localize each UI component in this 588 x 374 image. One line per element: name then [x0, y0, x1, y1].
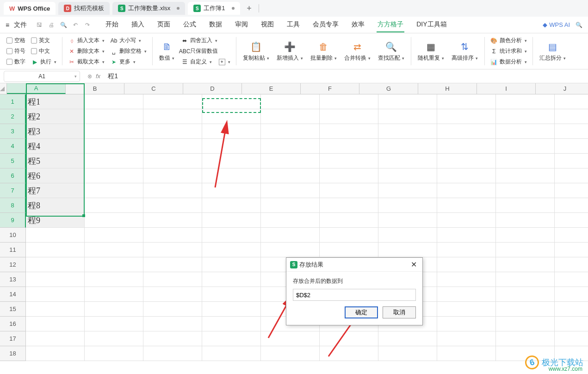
cell-F4[interactable] — [320, 139, 378, 154]
cell-A2[interactable]: 程2 — [26, 109, 85, 124]
cell-D15[interactable] — [202, 302, 261, 317]
col-header-I[interactable]: I — [477, 83, 536, 94]
cell-C2[interactable] — [143, 109, 202, 124]
cell-A15[interactable] — [26, 302, 85, 317]
tab-efficiency[interactable]: 效率 — [351, 18, 365, 32]
tab-tools[interactable]: 工具 — [286, 18, 301, 32]
cell-H13[interactable] — [437, 272, 496, 287]
cell-J17[interactable] — [555, 331, 588, 346]
more-button[interactable]: ➤更多▾ — [110, 57, 147, 67]
cell-C5[interactable] — [143, 154, 202, 168]
col-header-F[interactable]: F — [301, 83, 359, 94]
cell-J16[interactable] — [555, 317, 588, 331]
execute-button[interactable]: ▶执行▾ — [31, 57, 56, 67]
cell-B9[interactable] — [85, 213, 143, 228]
tab-review[interactable]: 审阅 — [234, 18, 249, 32]
hamburger-icon[interactable]: ≡ — [6, 21, 9, 29]
tab-member[interactable]: 会员专享 — [312, 18, 340, 32]
cell-G17[interactable] — [378, 331, 437, 346]
cell-E3[interactable] — [261, 124, 320, 139]
cell-J14[interactable] — [555, 287, 588, 302]
cell-G4[interactable] — [378, 139, 437, 154]
col-header-E[interactable]: E — [242, 83, 301, 94]
cell-A7[interactable]: 程7 — [26, 183, 85, 198]
chevron-down-icon[interactable]: ▾ — [74, 74, 77, 79]
cell-C11[interactable] — [143, 243, 202, 257]
checkbox-space[interactable]: 空格 — [6, 36, 25, 46]
cell-G8[interactable] — [378, 198, 437, 213]
cell-A18[interactable] — [26, 346, 85, 361]
cell-D17[interactable] — [202, 331, 261, 346]
file-menu[interactable]: 文件 — [14, 21, 27, 29]
cell-F5[interactable] — [320, 154, 378, 168]
tab-fanggezi[interactable]: 方方格子 — [377, 18, 404, 32]
cell-J15[interactable] — [555, 302, 588, 317]
cell-B17[interactable] — [85, 331, 143, 346]
row-header-15[interactable]: 15 — [0, 302, 26, 317]
cell-E9[interactable] — [261, 213, 320, 228]
cell-I16[interactable] — [496, 317, 555, 331]
cell-D16[interactable] — [202, 317, 261, 331]
cell-J6[interactable] — [555, 168, 588, 183]
cell-A16[interactable] — [26, 317, 85, 331]
cell-F7[interactable] — [320, 183, 378, 198]
row-header-18[interactable]: 18 — [0, 346, 26, 361]
wps-ai-button[interactable]: ◆ WPS AI — [543, 21, 570, 28]
cell-A10[interactable] — [26, 228, 85, 243]
merge-convert-button[interactable]: ⇄ 合并转换▾ — [340, 35, 374, 67]
cell-J1[interactable] — [555, 94, 588, 109]
row-header-17[interactable]: 17 — [0, 331, 26, 346]
cell-C8[interactable] — [143, 198, 202, 213]
row-header-3[interactable]: 3 — [0, 124, 26, 139]
cell-D7[interactable] — [202, 183, 261, 198]
cell-B10[interactable] — [85, 228, 143, 243]
cell-J13[interactable] — [555, 272, 588, 287]
cell-C10[interactable] — [143, 228, 202, 243]
cell-H4[interactable] — [437, 139, 496, 154]
cell-B3[interactable] — [85, 124, 143, 139]
cell-I9[interactable] — [496, 213, 555, 228]
row-header-9[interactable]: 9 — [0, 213, 26, 228]
cell-I6[interactable] — [496, 168, 555, 183]
data-analysis-button[interactable]: 📊数据分析▾ — [490, 57, 527, 67]
cell-F11[interactable] — [320, 243, 378, 257]
cell-C16[interactable] — [143, 317, 202, 331]
cell-D9[interactable] — [202, 213, 261, 228]
cell-D13[interactable] — [202, 272, 261, 287]
row-header-13[interactable]: 13 — [0, 272, 26, 287]
cell-I2[interactable] — [496, 109, 555, 124]
cell-H1[interactable] — [437, 94, 496, 109]
cell-J3[interactable] — [555, 124, 588, 139]
cell-H8[interactable] — [437, 198, 496, 213]
cell-C4[interactable] — [143, 139, 202, 154]
row-header-5[interactable]: 5 — [0, 154, 26, 168]
cell-C9[interactable] — [143, 213, 202, 228]
cell-G3[interactable] — [378, 124, 437, 139]
cell-H3[interactable] — [437, 124, 496, 139]
tab-data[interactable]: 数据 — [208, 18, 223, 32]
cell-A14[interactable] — [26, 287, 85, 302]
cell-J9[interactable] — [555, 213, 588, 228]
cell-A4[interactable]: 程4 — [26, 139, 85, 154]
cell-B16[interactable] — [85, 317, 143, 331]
cell-G7[interactable] — [378, 183, 437, 198]
cell-A8[interactable]: 程8 — [26, 198, 85, 213]
preview-icon[interactable]: 🔍 — [59, 21, 68, 29]
cell-A3[interactable]: 程3 — [26, 124, 85, 139]
cell-A9[interactable]: 程9 — [26, 213, 85, 228]
col-header-B[interactable]: B — [66, 83, 124, 94]
tab-workbook1[interactable]: S 工作簿1 — [188, 2, 240, 15]
checkbox-chinese[interactable]: 中文 — [31, 46, 56, 56]
cell-H2[interactable] — [437, 109, 496, 124]
cell-B5[interactable] — [85, 154, 143, 168]
tab-templates[interactable]: D 找稻壳模板 — [58, 2, 110, 15]
print-icon[interactable]: 🖨 — [47, 21, 56, 29]
cell-E11[interactable] — [261, 243, 320, 257]
dialog-titlebar[interactable]: S 存放结果 ✕ — [286, 258, 422, 272]
cancel-fx-icon[interactable]: ⊗ — [87, 73, 92, 80]
row-header-8[interactable]: 8 — [0, 198, 26, 213]
round-button[interactable]: ⬌四舍五入▾ — [181, 36, 230, 46]
cell-G1[interactable] — [378, 94, 437, 109]
cell-H11[interactable] — [437, 243, 496, 257]
redo-icon[interactable]: ↷ — [83, 21, 92, 29]
